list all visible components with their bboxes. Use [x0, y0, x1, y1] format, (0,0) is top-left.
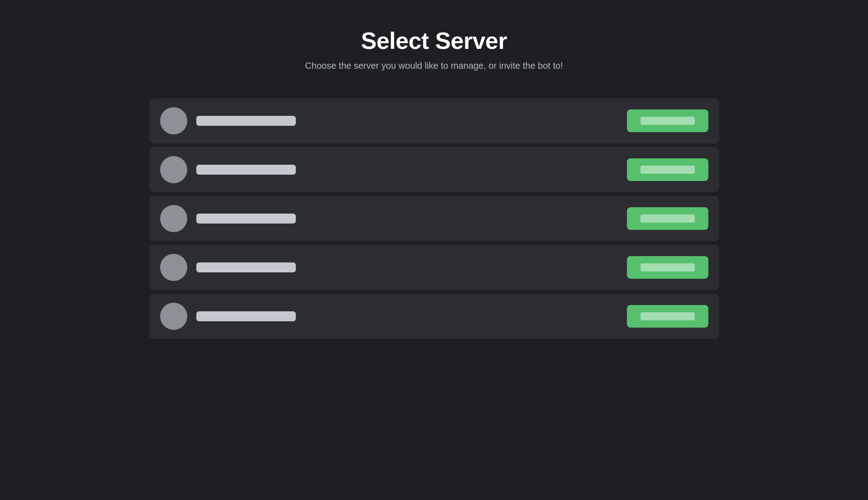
- server-action-button[interactable]: [627, 207, 708, 230]
- page-header: Select Server Choose the server you woul…: [305, 27, 563, 71]
- button-label-placeholder: [640, 312, 695, 320]
- button-label-placeholder: [640, 117, 695, 125]
- server-avatar: [160, 205, 187, 232]
- server-avatar: [160, 107, 187, 134]
- server-avatar: [160, 156, 187, 183]
- server-row: [149, 147, 719, 192]
- button-label-placeholder: [640, 214, 695, 223]
- server-action-button[interactable]: [627, 305, 708, 328]
- server-row: [149, 196, 719, 241]
- button-label-placeholder: [640, 263, 695, 271]
- server-name-placeholder: [196, 165, 296, 175]
- button-label-placeholder: [640, 166, 695, 174]
- server-list: [149, 98, 719, 339]
- server-row: [149, 245, 719, 290]
- server-action-button[interactable]: [627, 110, 708, 132]
- server-name-placeholder: [196, 116, 296, 126]
- server-avatar: [160, 303, 187, 330]
- server-name-placeholder: [196, 262, 296, 272]
- server-row: [149, 98, 719, 143]
- page-title: Select Server: [305, 27, 563, 54]
- page-subtitle: Choose the server you would like to mana…: [305, 61, 563, 71]
- server-action-button[interactable]: [627, 256, 708, 279]
- server-name-placeholder: [196, 214, 296, 224]
- server-avatar: [160, 254, 187, 281]
- server-action-button[interactable]: [627, 158, 708, 181]
- server-row: [149, 294, 719, 339]
- server-name-placeholder: [196, 311, 296, 321]
